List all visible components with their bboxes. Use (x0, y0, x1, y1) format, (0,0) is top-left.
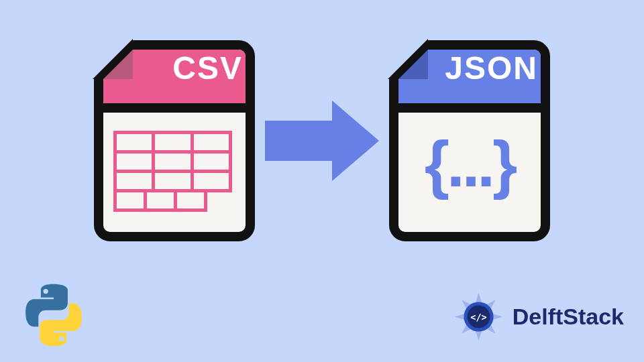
svg-text:</>: </> (470, 312, 487, 322)
file-divider (398, 103, 541, 113)
arrow-right-icon (265, 101, 379, 181)
csv-label: CSV (172, 50, 243, 86)
dogear-fold (103, 50, 133, 79)
json-label: JSON (445, 50, 538, 86)
brand-logo-icon: </> (450, 288, 507, 345)
json-file-icon: JSON {...} (389, 40, 550, 241)
json-braces-icon: {...} (389, 127, 550, 201)
csv-table-icon (117, 134, 232, 215)
dogear-fold (398, 50, 428, 79)
brand-name: DelftStack (513, 304, 624, 330)
csv-file-icon: CSV (94, 40, 255, 241)
file-divider (103, 103, 246, 113)
brand: </> DelftStack (450, 288, 624, 345)
python-logo-icon (20, 282, 87, 349)
diagram-canvas: CSV JSON {...} (0, 0, 644, 362)
